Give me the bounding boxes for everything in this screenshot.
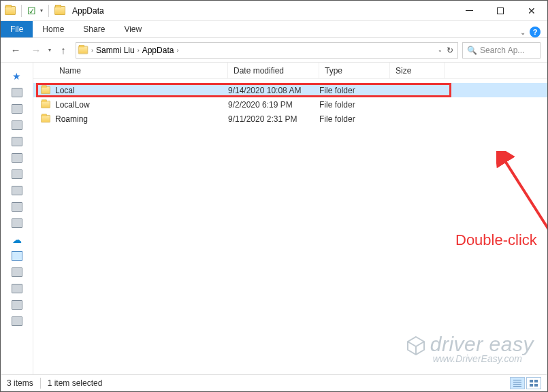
drive-icon[interactable] xyxy=(12,169,22,179)
ribbon-tab-home[interactable]: Home xyxy=(33,21,74,37)
quick-access-toolbar: ☑ ▾ xyxy=(5,5,65,17)
ribbon-collapse-icon[interactable]: ⌄ xyxy=(520,29,526,36)
column-header-name[interactable]: Name ⌃ xyxy=(54,63,228,78)
close-button[interactable]: ✕ xyxy=(516,1,547,21)
address-history-icon[interactable]: ⌄ xyxy=(438,47,442,53)
folder-icon xyxy=(41,101,50,108)
file-row-name: Local xyxy=(55,86,75,95)
drive-icon[interactable] xyxy=(12,202,22,212)
qat-properties-icon[interactable]: ☑ xyxy=(27,5,36,16)
drive-icon[interactable] xyxy=(12,267,22,277)
search-box[interactable]: 🔍 Search Ap... xyxy=(462,42,541,59)
status-item-count: 3 items xyxy=(7,378,33,388)
annotation-arrow-icon xyxy=(496,151,547,240)
drive-icon[interactable] xyxy=(12,120,22,130)
status-selection: 1 item selected xyxy=(48,378,103,388)
column-header-type[interactable]: Type xyxy=(319,63,390,78)
file-row-name: LocalLow xyxy=(55,100,90,110)
title-bar: ☑ ▾ AppData ✕ xyxy=(1,1,547,21)
drive-icon[interactable] xyxy=(12,284,22,293)
separator xyxy=(48,5,49,17)
app-folder-icon xyxy=(5,6,16,15)
file-row-date: 9/14/2020 10:08 AM xyxy=(228,86,319,95)
column-header-row: Name ⌃ Date modified Type Size xyxy=(33,63,547,79)
main-area: ★ ☁ Name ⌃ Date modified Type Size Local xyxy=(1,63,547,382)
drive-icon[interactable] xyxy=(12,218,22,228)
ribbon-tab-view[interactable]: View xyxy=(114,21,151,37)
qat-dropdown-icon[interactable]: ▾ xyxy=(40,7,43,14)
drive-icon[interactable] xyxy=(12,316,22,326)
nav-history-dropdown-icon[interactable]: ▾ xyxy=(48,47,51,53)
view-mode-buttons xyxy=(510,377,541,389)
minimize-button[interactable] xyxy=(453,1,485,21)
view-details-button[interactable] xyxy=(510,377,525,389)
file-row-type: File folder xyxy=(319,86,390,95)
file-row-name: Roaming xyxy=(55,114,88,124)
quick-access-icon[interactable]: ★ xyxy=(12,71,21,82)
drive-icon[interactable] xyxy=(12,137,22,146)
help-icon[interactable]: ? xyxy=(530,27,541,37)
view-large-icons-button[interactable] xyxy=(526,377,541,389)
onedrive-icon[interactable]: ☁ xyxy=(12,234,22,245)
maximize-button[interactable] xyxy=(485,1,516,21)
thispc-icon[interactable] xyxy=(12,251,22,261)
content-pane: Name ⌃ Date modified Type Size Local 9/1… xyxy=(33,63,547,382)
navigation-pane[interactable]: ★ ☁ xyxy=(1,63,33,382)
window-folder-icon xyxy=(54,6,65,15)
column-header-date[interactable]: Date modified xyxy=(228,63,319,78)
address-bar[interactable]: › Sammi Liu › AppData › ⌄ ↻ xyxy=(76,42,458,59)
drive-icon[interactable] xyxy=(12,104,22,114)
search-placeholder: Search Ap... xyxy=(480,46,524,55)
drive-icon[interactable] xyxy=(12,88,22,97)
ribbon-tab-share[interactable]: Share xyxy=(74,21,114,37)
column-header-name-label: Name xyxy=(59,66,81,76)
drive-icon[interactable] xyxy=(12,186,22,195)
window-title: AppData xyxy=(72,6,104,16)
drive-icon[interactable] xyxy=(12,300,22,310)
column-header-size[interactable]: Size xyxy=(390,63,445,78)
ribbon-tab-file[interactable]: File xyxy=(1,21,33,37)
ribbon: File Home Share View ⌄ ? xyxy=(1,21,547,38)
file-row-date: 9/11/2020 2:31 PM xyxy=(228,114,319,124)
search-icon: 🔍 xyxy=(467,46,477,55)
window-controls: ✕ xyxy=(453,1,547,21)
separator xyxy=(21,5,22,17)
crumb-sep-icon[interactable]: › xyxy=(176,47,178,54)
file-list: Local 9/14/2020 10:08 AM File folder Loc… xyxy=(33,79,547,126)
status-bar: 3 items 1 item selected xyxy=(1,374,547,391)
breadcrumb-part[interactable]: AppData xyxy=(140,46,177,55)
file-row[interactable]: Roaming 9/11/2020 2:31 PM File folder xyxy=(33,112,547,126)
file-row-type: File folder xyxy=(319,114,390,124)
file-row[interactable]: LocalLow 9/2/2020 6:19 PM File folder xyxy=(33,97,547,112)
nav-forward-button[interactable] xyxy=(28,42,44,59)
drive-icon[interactable] xyxy=(12,153,22,163)
sort-caret-icon: ⌃ xyxy=(141,63,146,67)
refresh-icon[interactable]: ↻ xyxy=(447,46,453,55)
breadcrumb-part[interactable]: Sammi Liu xyxy=(93,46,138,55)
nav-up-button[interactable] xyxy=(55,42,71,59)
nav-back-button[interactable] xyxy=(7,42,24,59)
svg-line-0 xyxy=(503,158,547,233)
file-row[interactable]: Local 9/14/2020 10:08 AM File folder xyxy=(33,83,547,97)
separator xyxy=(40,378,41,389)
annotation-text: Double-click xyxy=(455,231,537,249)
folder-icon xyxy=(41,115,50,122)
folder-icon xyxy=(41,86,50,94)
address-folder-icon xyxy=(78,46,88,54)
nav-toolbar: ▾ › Sammi Liu › AppData › ⌄ ↻ 🔍 Search A… xyxy=(1,38,547,63)
file-row-date: 9/2/2020 6:19 PM xyxy=(228,100,319,110)
file-row-type: File folder xyxy=(319,100,390,110)
